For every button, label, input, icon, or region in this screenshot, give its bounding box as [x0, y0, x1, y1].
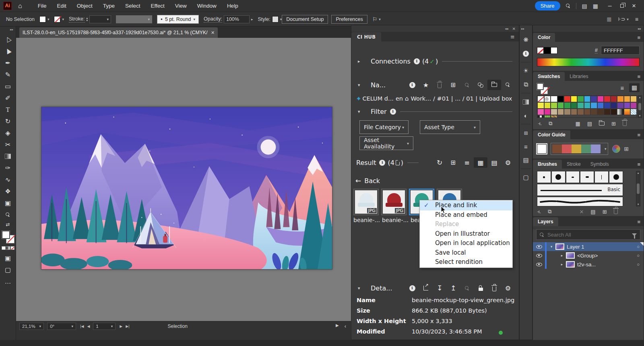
swatch[interactable] — [617, 102, 624, 109]
strip-expand-icon[interactable]: ▸▸ — [520, 25, 526, 33]
brush-charcoal[interactable] — [537, 197, 623, 206]
swatch[interactable] — [551, 109, 557, 115]
swatch[interactable] — [571, 96, 578, 102]
color-quick-swatches[interactable] — [537, 47, 557, 54]
swatch[interactable] — [537, 102, 544, 109]
menu-item-save-local[interactable]: Save local — [420, 248, 512, 258]
hscroll-left-icon[interactable]: ‹ — [345, 323, 346, 329]
upload-icon[interactable]: ↥ — [446, 283, 460, 293]
breadcrumb[interactable]: ⌖ CELUM d... en ⌂ Work... / #01 | ... / … — [357, 95, 512, 102]
menu-item-open-in-local-application[interactable]: Open in local application — [420, 239, 512, 248]
eyedropper-tool[interactable]: ✑ — [0, 162, 16, 174]
direct-selection-tool[interactable]: ▶ — [0, 45, 16, 57]
nav-folder-icon[interactable] — [487, 80, 501, 90]
menu-object[interactable]: Object — [72, 0, 98, 12]
layers-menu-icon[interactable]: ≡ — [634, 219, 644, 226]
swatch[interactable] — [611, 102, 617, 109]
draw-mode-icon[interactable]: ▣ — [0, 252, 16, 264]
panel-collapse-icon[interactable]: ◂◂ — [505, 27, 508, 31]
asset-filename[interactable]: beanie-... — [382, 217, 408, 223]
connections-expand-icon[interactable]: ▸ — [358, 59, 365, 64]
layer-target-icon[interactable]: ○ — [637, 253, 640, 258]
details-zoom-icon[interactable] — [460, 283, 474, 293]
pen-tool[interactable]: ✒ — [0, 57, 16, 69]
swatch[interactable] — [551, 102, 557, 109]
lock-icon[interactable] — [474, 283, 487, 293]
details-info-icon[interactable]: i — [405, 283, 419, 293]
swatch[interactable] — [557, 109, 564, 115]
visibility-eye-icon[interactable] — [536, 263, 542, 266]
restore-button[interactable] — [616, 0, 628, 12]
close-button[interactable]: ✕ — [628, 0, 640, 12]
filter-collapse-icon[interactable]: ▾ — [358, 109, 365, 114]
touch-workspace-icon[interactable]: ▦ — [607, 16, 611, 22]
stroke-stepper[interactable]: ▴▾ — [87, 17, 88, 22]
tab-layers[interactable]: Layers — [533, 217, 558, 226]
grid-view-icon[interactable]: ▦ — [474, 157, 487, 168]
brush-dash-small[interactable] — [566, 171, 580, 183]
workspace-switcher-icon[interactable]: ▦ — [593, 3, 598, 9]
filter-funnel-icon[interactable] — [632, 233, 637, 236]
delete-swatch-icon[interactable] — [623, 120, 627, 127]
width-profile-field[interactable]: ▾ — [116, 15, 152, 23]
hex-label[interactable]: # — [595, 47, 598, 54]
layer-expand-icon[interactable]: ▾ — [548, 245, 555, 249]
isolate-control[interactable]: ⚐ ▾ — [372, 16, 381, 23]
breadcrumb-connection[interactable]: CELUM d... — [362, 95, 393, 102]
swatch-options-icon[interactable]: ▤ — [587, 121, 592, 127]
navigation-collapse-icon[interactable]: ▾ — [358, 82, 365, 88]
swatch[interactable] — [584, 102, 591, 109]
swatch[interactable] — [571, 109, 578, 115]
swatch[interactable] — [577, 109, 584, 115]
rotate-tool[interactable]: ↻ — [0, 115, 16, 127]
brush-options-icon[interactable]: ▤ — [590, 209, 595, 215]
stroke-color-control[interactable]: ▾ — [54, 16, 64, 23]
card-view-icon[interactable]: ▤ — [487, 157, 501, 168]
visibility-eye-icon[interactable] — [536, 254, 542, 257]
fill-proxy[interactable] — [2, 231, 10, 239]
menu-effect[interactable]: Effect — [146, 0, 170, 12]
layer-name[interactable]: <Group> — [577, 253, 598, 259]
swatch[interactable] — [617, 96, 624, 102]
color-spectrum-bar[interactable] — [537, 58, 640, 66]
artboard-canvas[interactable] — [41, 107, 332, 270]
swatch[interactable] — [597, 109, 604, 115]
swatch[interactable] — [597, 96, 604, 102]
menu-item-place-and-embed[interactable]: Place and embed — [420, 210, 512, 220]
rotation-field[interactable]: 0°▾ — [47, 323, 76, 330]
swatch-pattern[interactable] — [537, 115, 544, 118]
layer-target-icon[interactable]: ○ — [637, 262, 640, 267]
details-settings-icon[interactable]: ⚙ — [501, 283, 515, 293]
tab-stroke[interactable]: Stroke — [562, 160, 586, 169]
prev-artboard-icon[interactable]: ◀ — [87, 324, 90, 328]
filter-info-icon[interactable]: i — [390, 109, 396, 115]
menu-view[interactable]: View — [170, 0, 192, 12]
asset-availability-dropdown[interactable]: Asset Availability▾ — [359, 136, 413, 150]
info-panel-icon[interactable]: i — [519, 47, 533, 60]
save-group-icon[interactable]: ⊞ — [624, 146, 629, 152]
connections-info-icon[interactable]: i — [414, 58, 420, 64]
swatch[interactable] — [604, 109, 611, 115]
tab-color[interactable]: Color — [533, 33, 555, 42]
brushes-menu-icon[interactable]: ≡ — [634, 161, 644, 169]
swatch-list-view-icon[interactable]: ≡ — [617, 83, 627, 92]
swatch[interactable] — [537, 109, 544, 115]
nav-info-icon[interactable]: i — [405, 80, 419, 90]
visibility-eye-icon[interactable] — [536, 245, 542, 249]
menu-file[interactable]: File — [33, 0, 52, 12]
swatch[interactable] — [590, 109, 597, 115]
home-icon[interactable]: ⌂ — [18, 2, 22, 10]
menu-window[interactable]: Window — [192, 0, 222, 12]
back-button[interactable]: ← Back — [355, 177, 380, 185]
tab-swatches[interactable]: Swatches — [533, 72, 565, 81]
swatch-pattern[interactable] — [544, 115, 551, 118]
gradient-button[interactable] — [6, 246, 10, 250]
nav-search-icon[interactable] — [501, 80, 515, 90]
swatch[interactable] — [564, 96, 571, 102]
next-artboard-icon[interactable]: ▶ — [120, 324, 122, 328]
new-swatch-icon[interactable]: ⊞ — [611, 121, 616, 127]
zoom-level-field[interactable]: 21,1%▾ — [19, 323, 44, 330]
swatches-panel-menu-icon[interactable]: ≡ — [634, 74, 644, 81]
nav-link-icon[interactable] — [474, 80, 487, 90]
last-artboard-icon[interactable]: ▶| — [126, 324, 129, 328]
